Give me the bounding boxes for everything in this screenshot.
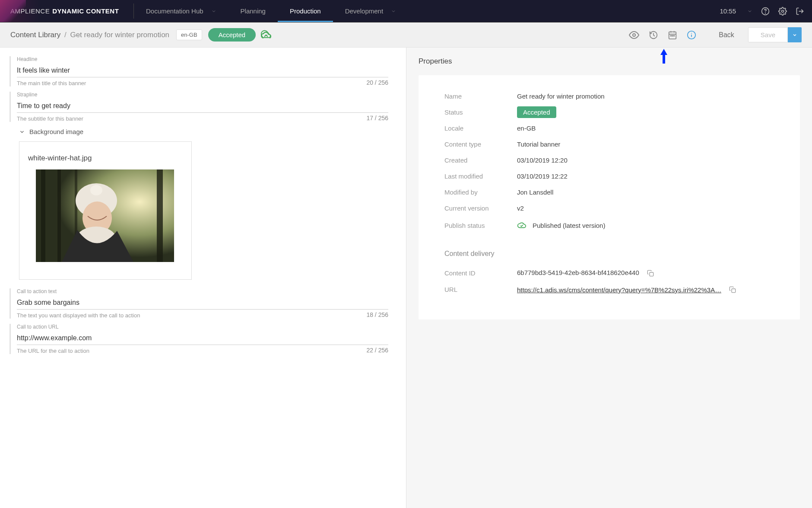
status-chip[interactable]: Accepted <box>208 28 256 42</box>
field-help: The main title of this banner <box>17 80 86 86</box>
chevron-down-icon[interactable] <box>747 9 752 14</box>
nav-production[interactable]: Production <box>278 0 333 22</box>
svg-point-21 <box>90 185 102 195</box>
section-title: Background image <box>29 128 83 135</box>
svg-point-4 <box>633 34 635 36</box>
svg-point-14 <box>691 32 692 33</box>
locale-chip[interactable]: en-GB <box>176 29 202 40</box>
chevron-down-icon <box>211 9 216 14</box>
prop-label: Content type <box>444 141 517 148</box>
publish-cloud-icon[interactable] <box>261 30 271 40</box>
image-thumbnail <box>36 169 174 262</box>
prop-label: Locale <box>444 125 517 132</box>
prop-value: Jon Lansdell <box>517 189 553 196</box>
prop-label: Last modified <box>444 173 517 180</box>
prop-created: Created 03/10/2019 12:20 <box>444 157 774 164</box>
properties-panel: Properties Name Get ready for winter pro… <box>406 48 812 508</box>
prop-label: Content ID <box>444 269 517 277</box>
svg-rect-24 <box>650 272 653 276</box>
char-count: 22 / 256 <box>366 347 388 354</box>
save-dropdown-button[interactable] <box>788 27 802 42</box>
image-card[interactable]: white-winter-hat.jpg <box>19 141 192 280</box>
headline-field: Headline The main title of this banner 2… <box>10 56 393 86</box>
prop-value: Get ready for winter promotion <box>517 93 605 100</box>
prop-label: Publish status <box>444 222 517 229</box>
char-count: 18 / 256 <box>366 311 388 319</box>
strapline-field: Strapline The subtitle for this banner 1… <box>10 92 393 122</box>
content-form: Headline The main title of this banner 2… <box>0 48 406 508</box>
logout-icon[interactable] <box>796 7 804 16</box>
main-body: Headline The main title of this banner 2… <box>0 48 812 508</box>
cta-text-input[interactable] <box>17 297 388 310</box>
prop-value: v2 <box>517 204 524 212</box>
svg-rect-17 <box>57 169 61 262</box>
cloud-check-icon <box>517 220 527 230</box>
nav-development[interactable]: Development <box>333 0 408 22</box>
field-label: Headline <box>17 56 393 62</box>
prop-value: 03/10/2019 12:22 <box>517 173 568 180</box>
svg-point-1 <box>765 13 766 13</box>
svg-point-9 <box>671 35 672 36</box>
prop-modified-by: Modified by Jon Lansdell <box>444 189 774 196</box>
top-nav: AMPLIENCE DYNAMIC CONTENT Documentation … <box>0 0 812 22</box>
prop-value: 03/10/2019 12:20 <box>517 157 568 164</box>
clock-time: 10:55 <box>720 7 736 15</box>
cta-url-field: Call to action URL The URL for the call … <box>10 324 393 354</box>
help-icon[interactable] <box>761 7 770 16</box>
subheader: Content Library / Get ready for winter p… <box>0 22 812 48</box>
brand-name-light: AMPLIENCE <box>10 7 50 15</box>
brand-logo: AMPLIENCE DYNAMIC CONTENT <box>0 0 134 22</box>
calendar-icon[interactable] <box>668 30 677 40</box>
history-icon[interactable] <box>649 30 658 40</box>
prop-value: 6b779bd3-5419-42eb-8634-bf418620e440 <box>517 269 639 276</box>
status-badge: Accepted <box>517 106 556 118</box>
subheader-actions: Back Save <box>629 27 802 42</box>
copy-icon[interactable] <box>647 270 654 277</box>
nav-documentation-hub[interactable]: Documentation Hub <box>134 0 228 22</box>
prop-name: Name Get ready for winter promotion <box>444 93 774 100</box>
svg-rect-25 <box>732 289 736 293</box>
prop-url: URL https://c1.adis.ws/cms/content/query… <box>444 285 774 294</box>
prop-last-modified: Last modified 03/10/2019 12:22 <box>444 173 774 180</box>
field-help: The URL for the call to action <box>17 348 89 354</box>
prop-label: Current version <box>444 204 517 212</box>
properties-body: Name Get ready for winter promotion Stat… <box>419 75 800 319</box>
prop-label: Name <box>444 93 517 100</box>
char-count: 17 / 256 <box>366 115 388 122</box>
field-label: Call to action URL <box>17 324 393 330</box>
settings-icon[interactable] <box>778 7 787 16</box>
prop-publish-status: Publish status Published (latest version… <box>444 220 774 230</box>
svg-point-11 <box>674 35 675 36</box>
field-label: Strapline <box>17 92 393 98</box>
prop-value: en-GB <box>517 125 536 132</box>
chevron-down-icon <box>391 9 396 14</box>
brand-name-bold: DYNAMIC CONTENT <box>52 7 119 15</box>
cta-url-input[interactable] <box>17 332 388 345</box>
svg-rect-16 <box>41 169 45 262</box>
field-label: Call to action text <box>17 288 393 294</box>
nav-label: Documentation Hub <box>146 7 203 15</box>
prop-content-id: Content ID 6b779bd3-5419-42eb-8634-bf418… <box>444 269 774 277</box>
back-button[interactable]: Back <box>719 31 734 39</box>
nav-planning[interactable]: Planning <box>228 0 278 22</box>
top-right-controls: 10:55 <box>720 7 812 16</box>
cta-text-field: Call to action text The text you want di… <box>10 288 393 319</box>
content-delivery-heading: Content delivery <box>444 250 774 258</box>
background-image-section-toggle[interactable]: Background image <box>19 128 393 135</box>
char-count: 20 / 256 <box>366 79 388 86</box>
copy-icon[interactable] <box>729 286 736 293</box>
save-button[interactable]: Save <box>748 27 788 42</box>
strapline-input[interactable] <box>17 100 388 113</box>
prop-value: Tutorial banner <box>517 141 560 148</box>
prop-locale: Locale en-GB <box>444 125 774 132</box>
delivery-url-link[interactable]: https://c1.adis.ws/cms/content/query?que… <box>517 286 721 294</box>
info-icon[interactable] <box>687 30 696 40</box>
breadcrumb: Content Library / Get ready for winter p… <box>10 31 169 39</box>
prop-label: Status <box>444 109 517 116</box>
preview-eye-icon[interactable] <box>629 30 639 40</box>
prop-label: Modified by <box>444 189 517 196</box>
breadcrumb-root[interactable]: Content Library <box>10 31 60 39</box>
svg-point-10 <box>672 35 673 36</box>
headline-input[interactable] <box>17 65 388 77</box>
prop-label: URL <box>444 286 517 293</box>
